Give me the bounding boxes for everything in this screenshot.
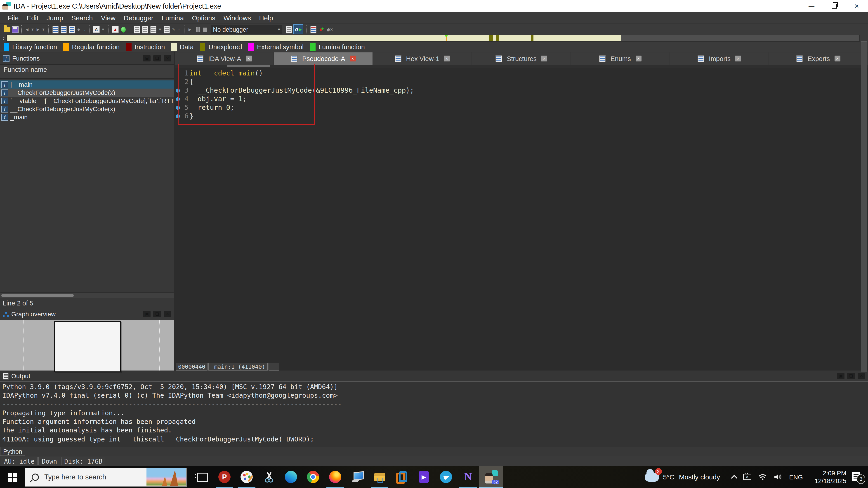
menu-search[interactable]: Search — [67, 12, 97, 24]
pseudocode-horizontal-scrollbar[interactable] — [175, 65, 868, 68]
taskbar-clock[interactable]: 2:09 PM 12/18/2025 — [815, 469, 846, 485]
toolbar-jump-name-icon[interactable] — [60, 25, 67, 33]
close-panel-icon[interactable]: ✕ — [164, 311, 171, 317]
tab-close-icon[interactable]: × — [444, 56, 450, 61]
tab-close-icon[interactable]: × — [636, 56, 641, 61]
window-right-scroll-strip[interactable] — [861, 41, 867, 372]
tray-overflow-chevron-icon[interactable] — [731, 475, 737, 481]
toolbar-debugger-window-4-icon[interactable] — [163, 25, 170, 33]
function-row[interactable]: f`__vtable__'[__CheckForDebuggerJustMyCo… — [0, 97, 174, 105]
taskbar-app-edge[interactable] — [280, 466, 302, 488]
speaker-icon[interactable] — [774, 474, 782, 480]
pseudocode-view[interactable]: 1int __cdecl main()2{3 __CheckForDebugge… — [175, 68, 868, 363]
taskbar-app-firefox[interactable] — [324, 466, 346, 488]
taskbar-app-file-explorer[interactable] — [368, 466, 391, 488]
navigation-band[interactable] — [6, 35, 860, 41]
toolbar-cancel-analysis-icon[interactable]: ▲ — [112, 25, 119, 33]
menu-jump[interactable]: Jump — [42, 12, 67, 24]
taskbar-weather-widget[interactable]: 2 5°C Mostly cloudy — [645, 473, 720, 482]
toolbar-add-breakpoint-icon[interactable]: ●+ — [318, 25, 325, 33]
toolbar-text-search-icon[interactable]: A — [93, 25, 100, 33]
toolbar-pause-process-icon[interactable] — [193, 25, 200, 33]
taskbar-app-vmware[interactable] — [391, 466, 413, 488]
tab-close-icon[interactable]: × — [834, 56, 840, 61]
tab-exports[interactable]: Exports× — [769, 53, 868, 65]
float-panel-icon[interactable]: ❏ — [153, 311, 161, 317]
breakpoint-margin[interactable] — [175, 114, 180, 119]
wifi-icon[interactable] — [758, 474, 767, 480]
toolbar-nav-forward-icon[interactable]: ▶ — [36, 25, 40, 33]
toolbar-save-database-icon[interactable] — [11, 25, 19, 33]
taskbar-app-n-app[interactable]: N — [457, 466, 479, 488]
breakpoint-margin[interactable] — [175, 106, 180, 110]
navband-zoom-icons[interactable]: ◂▸ — [1, 36, 6, 40]
graph-viewport-rectangle[interactable] — [54, 321, 121, 372]
taskbar-app-chrome[interactable] — [302, 466, 324, 488]
taskbar-app-kmplayer[interactable]: ▶ — [413, 466, 435, 488]
toolbar-nav-back-menu-icon[interactable]: ▼ — [30, 25, 35, 33]
toolbar-delete-breakpoint-icon[interactable]: ◆× — [326, 25, 333, 33]
python-command-input[interactable] — [25, 447, 868, 456]
breakpoint-margin[interactable] — [175, 97, 180, 101]
close-panel-icon[interactable]: ✕ — [858, 373, 865, 379]
battery-icon[interactable]: × — [743, 474, 751, 480]
toolbar-edit-breakpoint-icon[interactable]: ✎ — [171, 25, 176, 33]
toolbar-text-search-menu-icon[interactable]: ▼ — [101, 25, 105, 33]
debugger-selector[interactable]: No debugger▼ — [211, 25, 283, 34]
taskbar-app-ida[interactable]: 32 — [479, 466, 503, 488]
function-name-column-header[interactable]: Function name — [0, 64, 174, 78]
function-row[interactable]: f__CheckForDebuggerJustMyCode(x) — [0, 105, 174, 113]
menu-options[interactable]: Options — [188, 12, 219, 24]
toolbar-stop-hand-icon[interactable]: ◆ — [76, 25, 81, 33]
toolbar-jump-address-icon[interactable] — [52, 25, 59, 33]
restore-button[interactable] — [823, 0, 845, 12]
taskbar-app-this-pc[interactable] — [346, 466, 368, 488]
menu-debugger[interactable]: Debugger — [120, 12, 158, 24]
menu-edit[interactable]: Edit — [23, 12, 42, 24]
taskbar-app-task-view[interactable] — [191, 466, 213, 488]
action-center-button[interactable]: 3 — [852, 471, 864, 483]
toolbar-debugger-window-3-icon[interactable] — [150, 25, 157, 33]
taskbar-app-psiphon[interactable]: P — [213, 466, 236, 488]
toolbar-start-process-icon[interactable]: ▶ — [188, 25, 192, 33]
toolbar-stop-process-icon[interactable] — [201, 25, 209, 33]
toolbar-open-file-icon[interactable] — [3, 25, 10, 33]
search-daily-image[interactable] — [147, 468, 186, 486]
output-console[interactable]: Python 3.9.0 (tags/v3.9.0:9cf6752, Oct 5… — [0, 381, 868, 447]
tab-imports[interactable]: Imports× — [670, 53, 769, 65]
menu-lumina[interactable]: Lumina — [158, 12, 188, 24]
taskbar-app-telegram[interactable] — [435, 466, 457, 488]
input-language-indicator[interactable]: ENG — [789, 473, 803, 481]
tab-close-icon[interactable]: × — [735, 56, 741, 61]
graph-overview-canvas[interactable] — [0, 320, 174, 370]
start-button[interactable] — [0, 466, 25, 488]
menu-file[interactable]: File — [4, 12, 23, 24]
taskbar-search-box[interactable]: Type here to search — [25, 467, 187, 486]
toolbar-attach-process-icon[interactable] — [285, 25, 292, 33]
tab-close-icon[interactable]: × — [246, 56, 252, 61]
scrollbar-thumb[interactable] — [227, 65, 270, 67]
maximize-panel-icon[interactable]: ▣ — [143, 311, 151, 317]
float-panel-icon[interactable]: ❏ — [153, 55, 161, 61]
functions-horizontal-scrollbar[interactable] — [0, 292, 174, 298]
scrollbar-thumb[interactable] — [1, 294, 74, 297]
taskbar-app-paint[interactable] — [236, 466, 258, 488]
toolbar-debugger-window-1-icon[interactable] — [133, 25, 141, 33]
tab-pseudocode-a[interactable]: Pseudocode-A× — [274, 53, 373, 65]
function-row[interactable]: fj__main — [0, 80, 174, 89]
close-panel-icon[interactable]: ✕ — [164, 55, 171, 61]
tab-close-icon[interactable]: × — [541, 56, 547, 61]
toolbar-analysis-indicator-icon[interactable] — [120, 25, 127, 33]
close-button[interactable]: × — [845, 0, 868, 12]
menu-view[interactable]: View — [97, 12, 120, 24]
toolbar-nav-forward-menu-icon[interactable]: ▼ — [41, 25, 46, 33]
minimize-button[interactable]: — — [800, 0, 823, 12]
tab-ida-view-a[interactable]: IDA View-A× — [175, 53, 274, 65]
toolbar-breakpoint-list-icon[interactable] — [310, 25, 317, 33]
toolbar-close-debugger-icon[interactable]: × — [177, 25, 181, 33]
toolbar-nav-back-icon[interactable]: ◀ — [25, 25, 29, 33]
toolbar-run-until-return-icon[interactable]: G▶ — [293, 25, 303, 33]
toolbar-debugger-options-menu-icon[interactable]: ▼ — [158, 25, 162, 33]
function-row[interactable]: f_main — [0, 113, 174, 121]
tab-enums[interactable]: Enums× — [571, 53, 670, 65]
